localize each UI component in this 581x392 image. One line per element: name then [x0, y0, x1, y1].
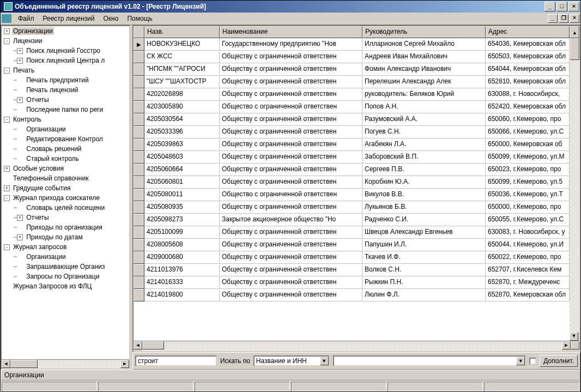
- tree-item[interactable]: ⋯Последние папки по реги: [2, 105, 129, 114]
- expand-icon[interactable]: +: [17, 97, 23, 103]
- tree-item[interactable]: ⋯Организации: [2, 124, 129, 134]
- table-row[interactable]: 4205098273Закрытое акционерное общество …: [134, 214, 570, 226]
- scroll-left-icon[interactable]: ◄: [2, 360, 10, 368]
- collapse-icon[interactable]: -: [4, 117, 10, 123]
- expand-icon[interactable]: +: [17, 48, 23, 54]
- grid-header-name[interactable]: Назв.: [144, 26, 220, 38]
- table-row[interactable]: 4205039863Обществу с ограниченной ответс…: [134, 138, 570, 151]
- table-row[interactable]: 4205030564Обществу с ограниченной ответс…: [134, 113, 570, 126]
- table-row[interactable]: 4211013976Обществу с ограниченной ответс…: [134, 264, 570, 276]
- expand-icon[interactable]: +: [4, 28, 10, 34]
- grid-hscroll-track2[interactable]: [175, 341, 562, 351]
- grid-header-indicator[interactable]: [134, 26, 144, 38]
- tree-item[interactable]: +Организации: [2, 26, 129, 36]
- grid-vscroll-down[interactable]: ▼: [570, 332, 578, 341]
- table-row[interactable]: СК ЖССОбществу с ограниченной ответствен…: [134, 51, 570, 63]
- table-row[interactable]: 4214019800Обществу с ограниченной ответс…: [134, 289, 570, 301]
- expand-icon[interactable]: +: [4, 185, 10, 191]
- scroll-right-icon[interactable]: ►: [120, 360, 129, 368]
- tree-item[interactable]: ⋯+Поиск лицензий Госстро: [2, 46, 129, 56]
- grid-header-address[interactable]: Адрес: [486, 26, 570, 38]
- search-extra-combo[interactable]: ▼: [333, 355, 526, 366]
- tree-item[interactable]: ⋯Организации: [2, 252, 129, 262]
- grid-vscroll-up[interactable]: ▲: [570, 26, 579, 38]
- menu-registry[interactable]: Реестр лицензий: [39, 14, 99, 23]
- mdi-restore-button[interactable]: ❐: [559, 14, 568, 23]
- table-row[interactable]: "ШСУ ""ШАХТОСТРОбществу с ограниченной о…: [134, 76, 570, 88]
- tree-item[interactable]: ⋯Старый контроль: [2, 154, 129, 164]
- search-by-combo[interactable]: Название и ИНН ▼: [253, 355, 330, 366]
- maximize-button[interactable]: □: [556, 2, 567, 11]
- tree-item[interactable]: ⋯Редактирование Контрол: [2, 134, 129, 144]
- minimize-button[interactable]: _: [544, 2, 555, 11]
- tree-item[interactable]: -Печать: [2, 65, 129, 75]
- expand-icon[interactable]: +: [17, 58, 23, 64]
- expand-icon[interactable]: +: [4, 166, 10, 172]
- table-row[interactable]: 4205100099Обществу с ограниченной ответс…: [134, 226, 570, 239]
- tree-item[interactable]: ⋯+Отчеты: [2, 213, 129, 222]
- tree-item[interactable]: ⋯+Отчеты: [2, 95, 129, 105]
- tree-item[interactable]: ⋯Запросы по Организаци: [2, 272, 129, 281]
- vscroll-track[interactable]: [570, 38, 579, 332]
- tree-item[interactable]: ⋯Словарь целей посещени: [2, 203, 129, 213]
- tree-item[interactable]: -Контроль: [2, 114, 129, 124]
- tree-item[interactable]: +Особые условия: [2, 164, 129, 173]
- table-row[interactable]: 4214016333Обществу с ограниченной ответс…: [134, 276, 570, 289]
- search-extra-button[interactable]: Дополнит.: [540, 355, 578, 367]
- collapse-icon[interactable]: -: [4, 244, 10, 250]
- grid-hscroll-right[interactable]: ►: [562, 341, 571, 349]
- collapse-icon[interactable]: -: [4, 195, 10, 201]
- tree-item[interactable]: ⋯+Поиск лицензий Центра л: [2, 56, 129, 65]
- hscroll-track[interactable]: [10, 360, 120, 369]
- vscroll-thumb[interactable]: [570, 38, 579, 60]
- tree-item[interactable]: Журнал Запросов из ФЛЦ: [2, 281, 129, 291]
- tree-item[interactable]: -Лицензии: [2, 36, 129, 46]
- grid-hscroll-left[interactable]: ◄: [134, 341, 142, 349]
- table-row[interactable]: 4205060664Обществу с ограниченной ответс…: [134, 164, 570, 176]
- grid-hscrollbar[interactable]: ◄ ►: [134, 341, 579, 351]
- grid-hscroll-thumb[interactable]: [142, 341, 164, 349]
- search-input[interactable]: [135, 355, 217, 366]
- tree-item[interactable]: ⋯Запрашивающие Организ: [2, 262, 129, 272]
- mdi-close-button[interactable]: ×: [570, 14, 579, 23]
- tree-item[interactable]: ⋯Словарь решений: [2, 144, 129, 154]
- grid-vscrollbar[interactable]: ▼: [570, 38, 579, 341]
- tree-item[interactable]: -Журнал запросов: [2, 242, 129, 252]
- chevron-down-icon[interactable]: ▼: [516, 357, 525, 365]
- table-row[interactable]: 4205033396Обществу с ограниченной ответс…: [134, 126, 570, 138]
- grid-hscroll-track[interactable]: [142, 341, 175, 351]
- collapse-icon[interactable]: -: [4, 38, 10, 44]
- mdi-minimize-button[interactable]: _: [548, 14, 558, 23]
- menu-window[interactable]: Окно: [99, 14, 123, 23]
- grid-header-manager[interactable]: Руководитель: [362, 26, 486, 38]
- chevron-down-icon[interactable]: ▼: [320, 357, 329, 365]
- collapse-icon[interactable]: -: [4, 68, 10, 74]
- grid-header-fullname[interactable]: Наименование: [220, 26, 362, 38]
- expand-icon[interactable]: +: [17, 215, 23, 221]
- close-button[interactable]: ×: [568, 2, 579, 11]
- tree-item[interactable]: -Журнал прихода соискателе: [2, 193, 129, 203]
- tree-item[interactable]: Телефонный справочник: [2, 173, 129, 183]
- table-row[interactable]: ▶ НОВОКУЗНЕЦКОГосударственному предприят…: [134, 38, 570, 51]
- search-checkbox[interactable]: [529, 358, 536, 365]
- table-row[interactable]: 4205048603Обществу с ограниченной ответс…: [134, 151, 570, 164]
- table-row[interactable]: "НПСМК ""АГРОСИОбществу с ограниченной о…: [134, 63, 570, 76]
- table-row[interactable]: 4209000680Обществу с ограниченной ответс…: [134, 251, 570, 264]
- menu-help[interactable]: Помощь: [123, 14, 156, 23]
- table-row[interactable]: 4203005890Общество с ограниченной ответс…: [134, 101, 570, 113]
- tree-item[interactable]: ⋯+Приходы по датам: [2, 232, 129, 242]
- tree-view[interactable]: +Организации-Лицензии⋯+Поиск лицензий Го…: [2, 26, 129, 359]
- expand-icon[interactable]: +: [17, 234, 23, 240]
- table-row[interactable]: 4205060801Обществу с ограниченной ответс…: [134, 176, 570, 189]
- grid-rows[interactable]: ▶ НОВОКУЗНЕЦКОГосударственному предприят…: [134, 38, 570, 341]
- menu-file[interactable]: Файл: [14, 14, 39, 23]
- table-row[interactable]: 4208005608Обществу с ограниченной ответс…: [134, 239, 570, 251]
- tree-item[interactable]: +Грядущие события: [2, 183, 129, 193]
- tree-hscrollbar[interactable]: ◄ ►: [2, 359, 129, 369]
- table-row[interactable]: 4205080935Обществу с ограниченной ответс…: [134, 201, 570, 214]
- tree-item[interactable]: ⋯Приходы по организация: [2, 222, 129, 232]
- table-row[interactable]: 4205080011Общество с ограниченной ответс…: [134, 189, 570, 201]
- tree-item[interactable]: ⋯Печать лицензий: [2, 85, 129, 95]
- tree-item[interactable]: ⋯Печать предприятий: [2, 75, 129, 85]
- table-row[interactable]: 4202026898Обществу с ограниченной ответс…: [134, 88, 570, 101]
